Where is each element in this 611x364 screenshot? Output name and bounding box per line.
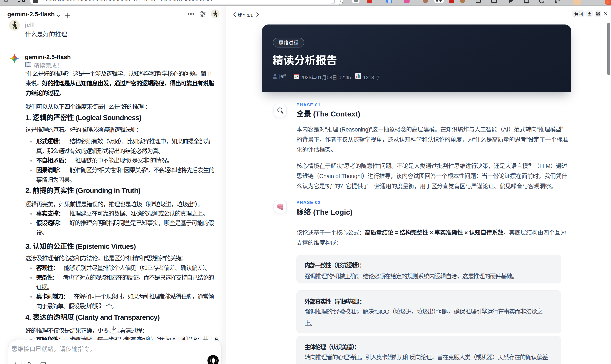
svg-text:17: 17	[295, 75, 298, 78]
